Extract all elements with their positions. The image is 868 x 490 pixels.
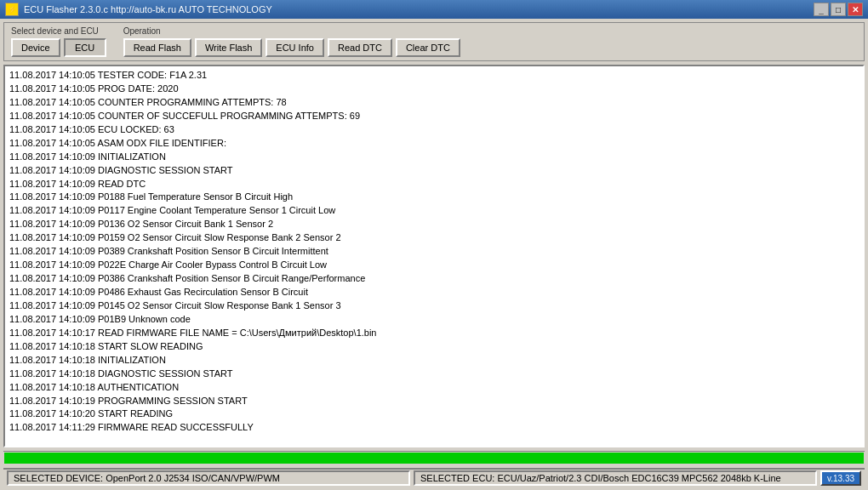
log-line: 11.08.2017 14:10:05 ASAM ODX FILE IDENTI… xyxy=(9,137,859,151)
operation-btn-row: Read Flash Write Flash ECU Info Read DTC… xyxy=(123,38,460,57)
log-line: 11.08.2017 14:10:05 TESTER CODE: F1A 2.3… xyxy=(9,69,859,83)
log-line: 11.08.2017 14:10:09 P0486 Exhaust Gas Re… xyxy=(9,286,859,299)
status-bar: SELECTED DEVICE: OpenPort 2.0 J2534 ISO/… xyxy=(3,468,865,487)
log-line: 11.08.2017 14:10:09 P0117 Engine Coolant… xyxy=(9,204,859,218)
read-flash-button[interactable]: Read Flash xyxy=(123,38,191,57)
log-line: 11.08.2017 14:10:09 P0386 Crankshaft Pos… xyxy=(9,272,859,286)
log-line: 11.08.2017 14:10:09 READ DTC xyxy=(9,178,859,191)
log-line: 11.08.2017 14:10:20 START READING xyxy=(9,407,859,421)
log-line: 11.08.2017 14:10:09 P022E Charge Air Coo… xyxy=(9,259,859,272)
status-ecu: SELECTED ECU: ECU/Uaz/Patriot/2.3 CDI/Bo… xyxy=(414,470,817,486)
status-device: SELECTED DEVICE: OpenPort 2.0 J2534 ISO/… xyxy=(7,470,410,486)
log-line: 11.08.2017 14:10:05 ECU LOCKED: 63 xyxy=(9,123,859,137)
log-line: 11.08.2017 14:10:09 P0145 O2 Sensor Circ… xyxy=(9,299,859,313)
device-group: Select device and ECU Device ECU xyxy=(11,26,106,57)
log-line: 11.08.2017 14:10:05 COUNTER OF SUCCEFULL… xyxy=(9,110,859,123)
app-icon: ⚡ xyxy=(5,3,19,16)
device-group-label: Select device and ECU xyxy=(11,26,106,36)
top-panel: Select device and ECU Device ECU Operati… xyxy=(3,22,865,61)
log-line: 11.08.2017 14:10:09 P0136 O2 Sensor Circ… xyxy=(9,218,859,231)
log-line: 11.08.2017 14:10:18 START SLOW READING xyxy=(9,340,859,354)
clear-dtc-button[interactable]: Clear DTC xyxy=(396,38,460,57)
ecu-info-button[interactable]: ECU Info xyxy=(266,38,324,57)
log-line: 11.08.2017 14:10:09 DIAGNOSTIC SESSION S… xyxy=(9,164,859,178)
maximize-button[interactable]: □ xyxy=(831,3,846,16)
main-window: Select device and ECU Device ECU Operati… xyxy=(0,19,868,490)
log-line: 11.08.2017 14:11:29 FIRMWARE READ SUCCES… xyxy=(9,421,859,435)
title-bar: ⚡ ECU Flasher 2.3.0.c http://auto-bk.ru … xyxy=(0,0,868,19)
title-bar-left: ⚡ ECU Flasher 2.3.0.c http://auto-bk.ru … xyxy=(5,3,272,16)
log-line: 11.08.2017 14:10:17 READ FIRMWARE FILE N… xyxy=(9,327,859,340)
log-line: 11.08.2017 14:10:09 P0159 O2 Sensor Circ… xyxy=(9,231,859,245)
log-line: 11.08.2017 14:10:05 PROG DATE: 2020 xyxy=(9,83,859,96)
device-btn-row: Device ECU xyxy=(11,38,106,57)
title-text: ECU Flasher 2.3.0.c http://auto-bk.ru AU… xyxy=(24,4,272,14)
operation-group: Operation Read Flash Write Flash ECU Inf… xyxy=(123,26,460,57)
title-bar-controls: _ □ ✕ xyxy=(814,3,863,16)
operation-group-label: Operation xyxy=(123,26,460,36)
minimize-button[interactable]: _ xyxy=(814,3,829,16)
write-flash-button[interactable]: Write Flash xyxy=(195,38,262,57)
log-content[interactable]: 11.08.2017 14:10:05 TESTER CODE: F1A 2.3… xyxy=(5,66,863,446)
log-line: 11.08.2017 14:10:18 DIAGNOSTIC SESSION S… xyxy=(9,368,859,381)
progress-bar xyxy=(4,453,864,464)
device-button[interactable]: Device xyxy=(11,38,60,57)
log-line: 11.08.2017 14:10:09 P01B9 Unknown code xyxy=(9,313,859,327)
log-line: 11.08.2017 14:10:09 INITIALIZATION xyxy=(9,151,859,164)
log-area: 11.08.2017 14:10:05 TESTER CODE: F1A 2.3… xyxy=(3,65,865,447)
log-line: 11.08.2017 14:10:09 P0188 Fuel Temperatu… xyxy=(9,191,859,204)
ecu-button[interactable]: ECU xyxy=(64,38,106,57)
log-line: 11.08.2017 14:10:18 INITIALIZATION xyxy=(9,354,859,368)
close-button[interactable]: ✕ xyxy=(848,3,863,16)
log-line: 11.08.2017 14:10:05 COUNTER PROGRAMMING … xyxy=(9,96,859,110)
log-line: 11.08.2017 14:10:09 P0389 Crankshaft Pos… xyxy=(9,245,859,259)
log-line: 11.08.2017 14:10:18 AUTHENTICATION xyxy=(9,381,859,395)
version-badge: v.13.33 xyxy=(820,470,861,486)
progress-area xyxy=(3,451,865,464)
read-dtc-button[interactable]: Read DTC xyxy=(328,38,392,57)
log-line: 11.08.2017 14:10:19 PROGRAMMING SESSION … xyxy=(9,395,859,408)
